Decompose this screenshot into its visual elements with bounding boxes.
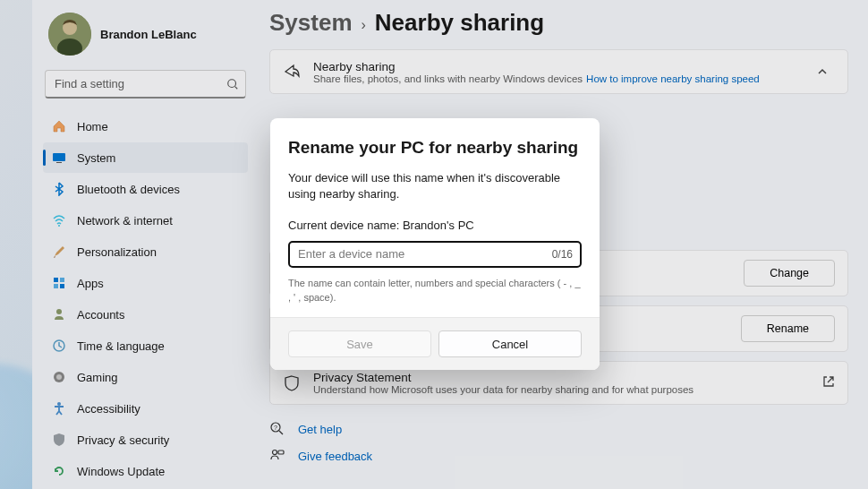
current-name-label: Current device name: Brandon's PC (288, 219, 582, 232)
dialog-actions: Save Cancel (270, 317, 600, 370)
char-counter: 0/16 (552, 248, 573, 261)
save-button[interactable]: Save (288, 330, 431, 357)
device-name-input[interactable] (288, 241, 582, 268)
modal-overlay[interactable]: Rename your PC for nearby sharing Your d… (0, 0, 868, 489)
dialog-description: Your device will use this name when it's… (288, 170, 582, 202)
cancel-button[interactable]: Cancel (438, 330, 582, 357)
dialog-title: Rename your PC for nearby sharing (288, 138, 582, 158)
rename-dialog: Rename your PC for nearby sharing Your d… (270, 118, 600, 370)
dialog-hint: The name can contain letter, numbers and… (288, 277, 582, 305)
